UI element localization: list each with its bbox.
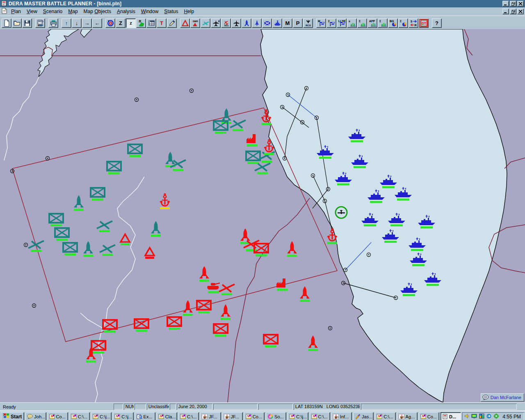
restore-button[interactable] [510, 1, 516, 7]
center-target-button[interactable] [105, 18, 115, 28]
display-tray-icon[interactable] [471, 413, 477, 420]
taskbar-task-1[interactable]: Joh... [25, 412, 46, 420]
status-panel-4 [170, 404, 176, 410]
status-panel-lat: LAT 183159N LONG 0352523E [294, 404, 360, 410]
tray-icons [464, 413, 499, 420]
task-label: Co... [427, 414, 437, 419]
sigma-flag-button[interactable]: Σ [326, 18, 336, 28]
help-button[interactable]: ? [432, 18, 442, 28]
taskbar-task-16[interactable]: Jas... [353, 412, 374, 420]
plusminus-chart-button[interactable]: ± [347, 18, 357, 28]
aaa-tool-button[interactable] [201, 18, 210, 28]
taskbar-task-9[interactable]: JF... [200, 412, 221, 420]
taskbar-task-4[interactable]: MC:\j... [91, 412, 112, 420]
svg-text:RCO: RCO [306, 24, 311, 27]
sigma-chart-button[interactable]: Σ [357, 18, 367, 28]
task-label: C:\... [78, 414, 87, 419]
rco-tool-button[interactable]: RCO [303, 18, 313, 28]
taskbar-task-20[interactable]: D... [441, 412, 461, 420]
task-label: C:\... [383, 414, 393, 419]
menu-plan[interactable]: Plan [8, 8, 24, 15]
menu-view[interactable]: View [24, 8, 40, 15]
child-close-button[interactable] [517, 9, 524, 14]
pan-down-button[interactable]: ↓ [72, 18, 82, 28]
pan-right-button[interactable]: → [82, 18, 92, 28]
windows-logo-icon [3, 413, 9, 420]
missile-tool-button[interactable] [242, 18, 251, 28]
taskbar-task-6[interactable]: Ex... [135, 412, 155, 420]
open-file-button[interactable] [12, 18, 22, 28]
m-tool-button[interactable]: M [283, 18, 292, 28]
aircraft-4-button[interactable]: 4 [211, 18, 221, 28]
unit-box-tool-button[interactable] [262, 18, 272, 28]
lltr-flag-button[interactable]: LLTR [337, 18, 347, 28]
app-chart-button[interactable]: APP [368, 18, 377, 28]
route-5r-button[interactable]: 5R [409, 18, 418, 28]
taskbar-task-17[interactable]: MC:\... [375, 412, 395, 420]
sigma-chart-2-button[interactable]: Σ [378, 18, 388, 28]
menu-help[interactable]: Help [181, 8, 197, 15]
taskbar-task-11[interactable]: MCo... [244, 412, 265, 420]
stats-tray-icon[interactable] [479, 413, 484, 420]
taskbar-task-14[interactable]: MC:\... [310, 412, 330, 420]
taskbar-task-10[interactable]: JF... [222, 412, 243, 420]
taskbar-task-12[interactable]: 32So... [266, 412, 286, 420]
task-label: Inf... [340, 414, 349, 419]
p-tool-button[interactable]: P [293, 18, 303, 28]
print-button[interactable] [48, 18, 58, 28]
taskbar-task-7[interactable]: MCla... [157, 412, 177, 420]
taskbar-task-13[interactable]: MC:\j... [288, 412, 308, 420]
taskbar: Start Joh...MCo...MC:\...MC:\j...MC:\j..… [0, 411, 525, 420]
new-file-button[interactable] [2, 18, 11, 28]
clock: 4:55 PM [502, 414, 521, 420]
text-label-button[interactable]: T [157, 18, 167, 28]
document-icon[interactable] [1, 8, 7, 15]
zoom-in-button[interactable]: Z [116, 18, 126, 28]
region-select-button[interactable]: R [136, 18, 146, 28]
zoom-out-button[interactable]: z [126, 18, 136, 28]
minimize-button[interactable] [502, 1, 509, 7]
taskbar-task-18[interactable]: Ag... [397, 412, 418, 420]
aircraft-tool-button[interactable] [231, 18, 241, 28]
m-flag-button[interactable]: M [316, 18, 326, 28]
menu-map-objects[interactable]: Map Objects [81, 8, 114, 15]
pan-left-button[interactable]: ← [92, 18, 102, 28]
menu-window[interactable]: Window [138, 8, 162, 15]
data-grid-button[interactable] [146, 18, 156, 28]
pan-up-button[interactable]: ↑ [62, 18, 71, 28]
ship-tool-button[interactable] [272, 18, 282, 28]
menu-analysis[interactable]: Analysis [114, 8, 138, 15]
naval-air-tool-button[interactable] [252, 18, 262, 28]
menu-scenario[interactable]: Scenario [40, 8, 65, 15]
draw-pencil-button[interactable] [167, 18, 177, 28]
taskbar-task-8[interactable]: MC:\... [178, 412, 199, 420]
dt-tool-button[interactable]: DT [419, 18, 429, 28]
taskbar-task-3[interactable]: MC:\... [69, 412, 90, 420]
task-label: C:\j... [100, 414, 110, 419]
save-file-button[interactable] [22, 18, 32, 28]
flower-tray-icon[interactable] [493, 413, 499, 420]
menu-status[interactable]: Status [161, 8, 181, 15]
close-button[interactable] [517, 1, 524, 7]
mbp-report-button[interactable]: MBP [35, 18, 45, 28]
taskbar-task-19[interactable]: MCo... [419, 412, 439, 420]
taskbar-task-15[interactable]: Inf... [331, 412, 352, 420]
triangle-marker-button[interactable] [180, 18, 190, 28]
svg-text:DMPI: DMPI [192, 20, 198, 23]
task-label: Co... [253, 414, 262, 419]
bg-pie-button[interactable]: BG [388, 18, 398, 28]
messenger-tray-icon[interactable] [486, 413, 492, 420]
aircraft-scl-button[interactable]: SCL [221, 18, 231, 28]
taskbar-task-2[interactable]: MCo... [48, 412, 68, 420]
menu-map[interactable]: Map [65, 8, 80, 15]
status-panel-2 [135, 404, 146, 410]
start-button[interactable]: Start [1, 412, 24, 420]
taskbar-task-5[interactable]: MC:\j... [113, 412, 133, 420]
task-label: D... [449, 414, 456, 419]
child-minimize-button[interactable] [502, 9, 509, 14]
dmpi-marker-button[interactable]: DMPI [190, 18, 200, 28]
speaker-tray-icon[interactable] [464, 413, 470, 420]
sigma-pie-button[interactable]: Σ [398, 18, 408, 28]
map-canvas[interactable]: Dan McFarlane [0, 29, 525, 402]
child-restore-button[interactable] [510, 9, 516, 14]
